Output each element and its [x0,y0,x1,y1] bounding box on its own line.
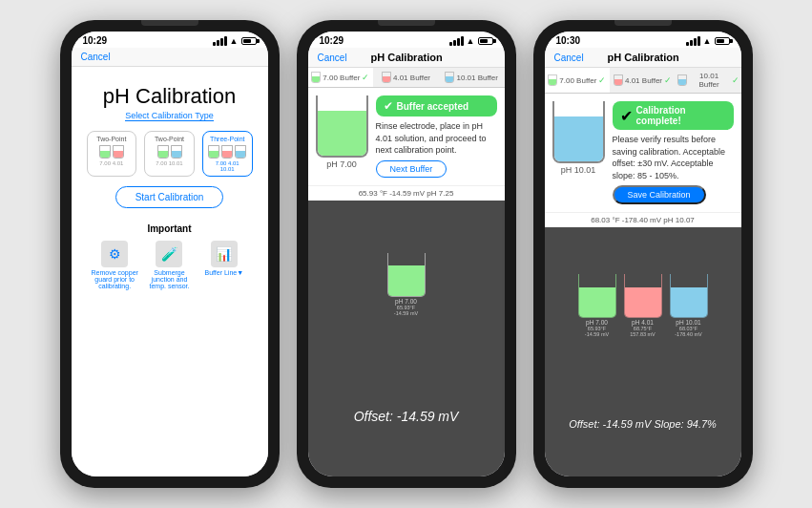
instruction-text-2: Rinse electrode, place in pH 4.01 soluti… [376,120,497,157]
mini-beakers-row-2: pH 7.00 65.93°F -14.59 mV [387,253,426,316]
battery-icon-3 [715,37,730,45]
status-bar-1: 10:29 ▲ [72,32,268,48]
accepted-text: Buffer accepted [397,101,469,112]
signal-icon-2 [449,36,464,46]
battery-icon-2 [478,37,493,45]
cancel-button-2[interactable]: Cancel [318,53,347,63]
offset-slope-text: Offset: -14.59 mV Slope: 94.7% [569,418,717,430]
phone-2-screen: 10:29 ▲ Cancel pH Calibration [308,32,505,476]
wifi-icon-1: ▲ [230,36,239,46]
important-item-2: 🧪 Submerge junction and temp. sensor. [145,239,194,289]
beaker-label-3: pH 10.01 [552,165,605,175]
nav-title-3: pH Calibration [607,52,678,63]
check-icon-700: ✓ [362,73,369,82]
small-beaker-3-700 [578,274,616,318]
buffer-tabs-3: 7.00 Buffer ✓ 4.01 Buffer ✓ 10.01 Buffer… [545,68,741,94]
select-type-label[interactable]: Select Calibration Type [125,111,213,121]
tab-beaker-3-401 [614,74,623,86]
beaker-label-2: pH 7.00 [316,159,368,169]
buffer-tabs-2: 7.00 Buffer ✓ 4.01 Buffer 10.01 Buffer [308,68,505,88]
check-icon-3-1001: ✓ [732,75,739,85]
status-time-2: 10:29 [320,35,344,46]
cal-option-twopoint-1[interactable]: Two-Point 7.00 4.01 [87,131,137,177]
nav-title-2: pH Calibration [370,52,442,63]
top-section-2: pH 7.00 ✔ Buffer accepted Rinse electrod… [308,88,505,185]
mini-beaker-3-1001: pH 10.01 68.03°F -178.40 mV [670,274,708,337]
mini-beaker-green-1 [99,145,111,159]
save-calibration-button[interactable]: Save Calibration [613,185,706,204]
tab-beaker-700 [311,72,321,83]
phone-2: 10:29 ▲ Cancel pH Calibration [297,20,516,488]
beaker-large-3 [552,101,605,163]
important-item-3: 📊 Buffer Line▼ [199,239,248,289]
right-content-3: ✔ Calibration complete! Please verify re… [613,101,734,204]
mini-beakers-row-3: pH 7.00 65.93°F -14.59 mV pH 4.01 68.75°… [578,274,708,337]
bottom-section-3: pH 7.00 65.93°F -14.59 mV pH 4.01 68.75°… [545,227,741,476]
mini-beaker-pink-1 [113,145,124,159]
signal-icon-3 [686,36,700,46]
status-bar-2: 10:29 ▲ [308,32,505,48]
buffer-tab-700[interactable]: 7.00 Buffer ✓ [308,68,374,87]
buffer-tab-401[interactable]: 4.01 Buffer [373,68,439,87]
check-icon-3-700: ✓ [598,75,606,85]
mini-beaker-blue-2 [171,145,182,159]
right-content-2: ✔ Buffer accepted Rinse electrode, place… [376,95,497,178]
instruction-text-3: Please verify results before saving cali… [613,134,734,181]
calibration-options: Two-Point 7.00 4.01 Two-Point [77,131,262,177]
top-section-3: pH 10.01 ✔ Calibration complete! Please … [545,94,741,212]
readings-bar-3: 68.03 °F -178.40 mV pH 10.07 [545,212,741,227]
buffer-tab-3-401[interactable]: 4.01 Buffer ✓ [610,68,676,93]
tab-beaker-3-700 [548,74,557,86]
buffer-tab-1001[interactable]: 10.01 Buffer [439,68,505,87]
phone-3: 10:30 ▲ Cancel pH Calibration [533,20,753,488]
signal-icon-1 [213,36,227,46]
offset-text-2: Offset: -14.59 mV [354,409,459,424]
nav-bar-2: Cancel pH Calibration [308,48,505,68]
beaker-wrap-2: pH 7.00 [316,95,368,178]
cal-option-threepoint[interactable]: Three-Point 7.00 4.01 10.01 [202,131,253,177]
mini-beaker-pink-3 [221,145,233,159]
important-item-1: ⚙ Remove copper guard prior to calibrati… [91,239,139,289]
buffer-tab-3-700[interactable]: 7.00 Buffer ✓ [545,68,611,93]
status-time-3: 10:30 [556,35,581,46]
tab-beaker-401 [382,72,391,83]
battery-icon-1 [241,37,257,45]
complete-banner: ✔ Calibration complete! [613,101,734,130]
mini-beaker-green-3 [208,145,219,159]
nav-bar-1: Cancel [72,48,268,67]
status-icons-2: ▲ [449,36,493,46]
page-title-1: pH Calibration [77,74,262,111]
mini-beaker-700: pH 7.00 65.93°F -14.59 mV [387,253,426,316]
mini-beaker-3-401: pH 4.01 68.75°F 157.83 mV [624,274,662,337]
mini-beaker-blue-3 [235,145,246,159]
buffer-tab-3-1001[interactable]: 10.01 Buffer ✓ [676,68,741,93]
wifi-icon-2: ▲ [467,36,475,46]
copper-guard-icon: ⚙ [101,241,128,267]
wifi-icon-3: ▲ [703,36,712,46]
status-time-1: 10:29 [83,35,108,46]
check-circle-icon: ✔ [384,99,393,113]
start-calibration-button[interactable]: Start Calibration [115,186,224,208]
status-bar-3: 10:30 ▲ [545,32,741,48]
buffer-line-icon: 📊 [211,241,238,267]
small-beaker-3-401 [624,274,662,318]
cancel-button-3[interactable]: Cancel [554,53,584,63]
check-circle-icon-3: ✔ [620,107,633,125]
status-icons-3: ▲ [686,36,730,46]
mini-beaker-3-700: pH 7.00 65.93°F -14.59 mV [578,274,616,337]
nav-bar-3: Cancel pH Calibration [545,48,741,68]
small-beaker-3-1001 [670,274,708,318]
small-beaker-700 [387,253,426,297]
bottom-section-2: pH 7.00 65.93°F -14.59 mV Offset: -14.59… [308,201,505,476]
cancel-button-1[interactable]: Cancel [81,52,111,62]
beaker-wrap-3: pH 10.01 [552,101,605,204]
tab-beaker-3-1001 [677,74,687,86]
beaker-large-2 [316,95,368,158]
complete-text: Calibration complete! [636,105,726,126]
important-title: Important [91,223,249,234]
phone-1-screen: 10:29 ▲ Cancel pH Ca [72,32,268,476]
important-row: ⚙ Remove copper guard prior to calibrati… [91,239,249,289]
cal-option-twopoint-2[interactable]: Two-Point 7.00 10.01 [144,131,195,177]
phone-1: 10:29 ▲ Cancel pH Ca [60,20,280,488]
next-buffer-button[interactable]: Next Buffer [376,160,448,178]
